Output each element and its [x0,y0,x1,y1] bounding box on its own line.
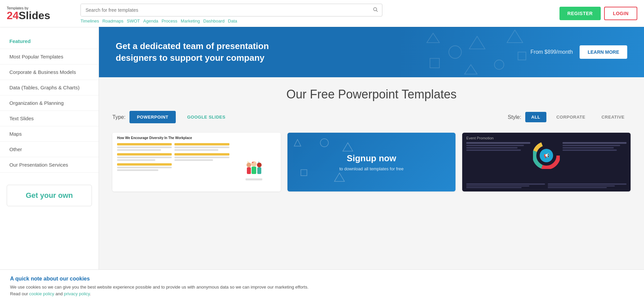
sidebar-nav: Featured Most Popular Templates Corporat… [0,27,99,179]
banner-price: From $899/month [531,49,573,55]
privacy-policy-link[interactable]: privacy policy [64,291,90,296]
templates-section: Our Free Powerpoint Templates Type: POWE… [99,77,644,202]
cookie-period: . [90,291,91,296]
tag-roadmaps[interactable]: Roadmaps [102,18,123,24]
learn-more-button[interactable]: LEARN MORE [580,45,627,59]
sidebar-item-maps[interactable]: Maps [0,126,99,142]
style-label: Style: [508,114,521,120]
svg-marker-9 [465,65,477,74]
svg-point-0 [374,7,377,10]
search-box [80,4,382,16]
sidebar-item-text-slides[interactable]: Text Slides [0,111,99,126]
sidebar-item-presentation-services[interactable]: Our Presentation Services [0,157,99,173]
cookie-title: A quick note about our cookies [10,276,634,282]
tag-process[interactable]: Process [162,18,177,24]
cookie-read-more: Read our [10,291,28,296]
promo-banner: Get a dedicated team of presentation des… [99,27,644,77]
svg-text:❤: ❤ [252,162,254,164]
svg-rect-13 [252,167,256,174]
svg-rect-16 [246,178,262,180]
type-label: Type: [112,114,125,120]
svg-point-22 [320,139,328,147]
svg-line-1 [376,10,378,12]
sidebar-item-most-popular[interactable]: Most Popular Templates [0,49,99,64]
card-thumb-1: How We Encourage Diversity In The Workpl… [112,133,281,191]
sidebar-item-data[interactable]: Data (Tables, Graphs & Charts) [0,80,99,95]
banner-text: Get a dedicated team of presentation des… [116,40,531,64]
filter-type: Type: POWERPOINT GOOGLE SLIDES [112,111,233,123]
svg-rect-23 [301,170,307,176]
cookie-banner: A quick note about our cookies We use co… [0,269,644,303]
banner-right: From $899/month LEARN MORE [531,45,627,59]
svg-marker-20 [294,139,301,146]
svg-rect-11 [247,167,251,174]
search-input[interactable] [81,4,369,16]
filter-style: Style: ALL CORPORATE CREATIVE [508,112,631,122]
tag-dashboard[interactable]: Dashboard [203,18,225,24]
header: Templates by 24 Slides Timelines Roadmap… [0,0,644,27]
search-tags: Timelines Roadmaps SWOT Agenda Process M… [80,18,382,24]
sidebar-cta-text: Get your own [26,191,73,200]
template-card-event[interactable]: Event Promotion [462,133,631,191]
logo-brand: Slides [19,10,50,21]
filter-powerpoint[interactable]: POWERPOINT [129,111,176,123]
svg-point-10 [247,163,251,167]
register-button[interactable]: REGISTER [559,7,601,20]
layout: Featured Most Popular Templates Corporat… [0,27,644,303]
tag-marketing[interactable]: Marketing [181,18,200,24]
svg-point-14 [257,163,262,167]
templates-title: Our Free Powerpoint Templates [112,87,631,101]
svg-marker-24 [334,173,344,181]
card-thumb-2: Signup now to download all templates for… [287,133,456,191]
sidebar-item-corporate[interactable]: Corporate & Business Models [0,64,99,80]
logo-number: 24 [7,10,19,21]
style-creative[interactable]: CREATIVE [595,112,631,122]
auth-area: REGISTER LOGIN [559,7,637,20]
search-area: Timelines Roadmaps SWOT Agenda Process M… [80,4,382,24]
svg-rect-15 [257,167,261,174]
signup-inner: Signup now to download all templates for… [287,133,456,191]
sidebar-item-org-planning[interactable]: Organization & Planning [0,95,99,111]
banner-title: Get a dedicated team of presentation des… [116,40,290,64]
card-thumb-3: Event Promotion [462,133,631,191]
svg-text:📢: 📢 [544,153,550,159]
cards-grid: How We Encourage Diversity In The Workpl… [112,133,631,191]
logo-main[interactable]: 24 Slides [7,10,50,21]
tag-swot[interactable]: SWOT [127,18,140,24]
tag-agenda[interactable]: Agenda [143,18,158,24]
login-button[interactable]: LOGIN [604,7,637,20]
sidebar: Featured Most Popular Templates Corporat… [0,27,99,303]
tag-timelines[interactable]: Timelines [80,18,99,24]
svg-marker-21 [343,143,353,151]
filter-row: Type: POWERPOINT GOOGLE SLIDES Style: AL… [112,111,631,123]
logo-area: Templates by 24 Slides [7,6,74,21]
sidebar-cta[interactable]: Get your own [7,185,92,206]
template-card-diversity[interactable]: How We Encourage Diversity In The Workpl… [112,133,281,191]
sidebar-item-other[interactable]: Other [0,142,99,157]
template-card-signup[interactable]: Signup now to download all templates for… [287,133,456,191]
tag-data[interactable]: Data [228,18,237,24]
cookie-and: and [55,291,63,296]
cookie-body-text: We use cookies so we can give you the be… [10,285,309,290]
style-corporate[interactable]: CORPORATE [550,112,592,122]
main-content: Get a dedicated team of presentation des… [99,27,644,303]
filter-google-slides[interactable]: GOOGLE SLIDES [180,111,233,123]
style-all[interactable]: ALL [525,112,546,122]
sidebar-item-featured[interactable]: Featured [0,34,99,49]
cookie-policy-link[interactable]: cookie policy [29,291,54,296]
cookie-body: We use cookies so we can give you the be… [10,284,634,297]
search-button[interactable] [369,4,382,16]
